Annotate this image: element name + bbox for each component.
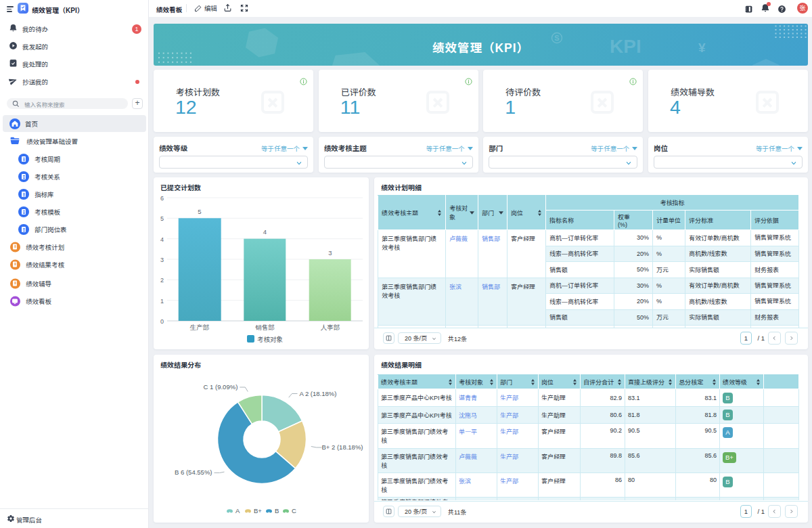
svg-text:5: 5 [198,208,201,215]
svg-text:4: 4 [160,236,164,243]
svg-text:3: 3 [160,257,164,263]
svg-text:5: 5 [160,215,164,222]
svg-text:B+: B+ [254,507,262,514]
svg-text:A 2 (18.18%): A 2 (18.18%) [300,390,337,397]
svg-text:3: 3 [328,249,332,257]
svg-text:A: A [235,507,240,514]
svg-text:2: 2 [160,277,164,284]
svg-text:0: 0 [160,318,164,325]
svg-text:生产部: 生产部 [189,324,210,331]
svg-text:销售部: 销售部 [255,324,275,331]
svg-text:B+ 2 (18.18%): B+ 2 (18.18%) [322,443,363,451]
svg-text:人事部: 人事部 [321,324,340,331]
svg-text:6: 6 [160,195,164,202]
svg-text:4: 4 [263,228,267,236]
svg-text:B 6 (54.55%): B 6 (54.55%) [175,468,212,476]
svg-text:C 1 (9.09%): C 1 (9.09%) [204,383,238,391]
svg-text:C: C [292,507,296,514]
svg-text:B: B [275,507,279,514]
svg-text:1: 1 [160,298,164,305]
